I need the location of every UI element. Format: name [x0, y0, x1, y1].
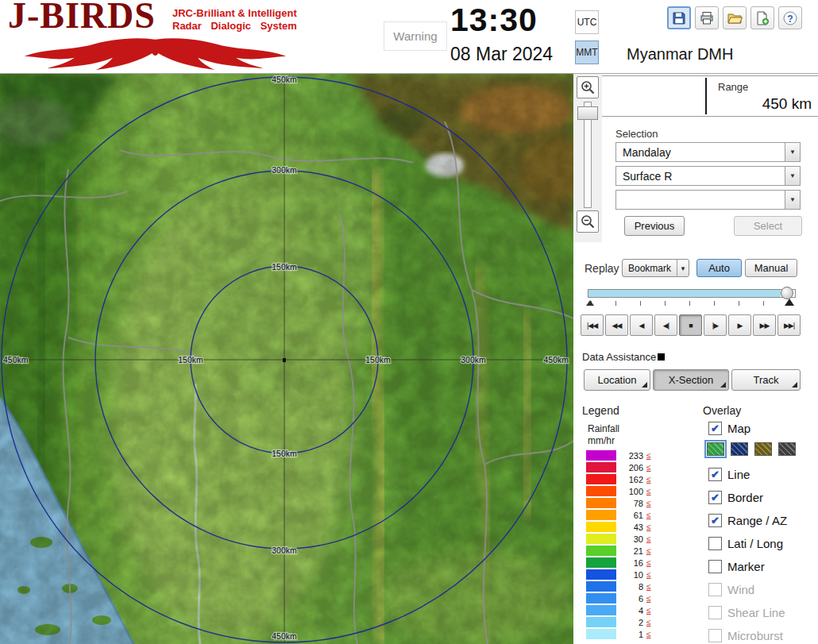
- playback-stop-button[interactable]: ■: [679, 314, 702, 336]
- radar-map-display[interactable]: 450km 300km 150km 150km 300km 450km 450k…: [0, 74, 573, 644]
- legend-row: 100≤: [586, 485, 651, 497]
- legend-value: 162: [619, 475, 643, 484]
- zoom-in-icon: [580, 79, 596, 95]
- checkbox: [708, 606, 722, 619]
- timeline-position-marker: [785, 299, 794, 306]
- overlay-item-border[interactable]: Border: [708, 491, 763, 504]
- map-style-gray-swatch[interactable]: [778, 442, 796, 456]
- warning-button[interactable]: Warning: [384, 21, 447, 51]
- overlay-item-map[interactable]: Map: [708, 422, 750, 435]
- checkbox[interactable]: [708, 514, 722, 527]
- legend-leq: ≤: [646, 546, 651, 555]
- ring-label: 450km: [3, 355, 29, 364]
- checkbox: [708, 583, 722, 596]
- checkbox[interactable]: [708, 560, 722, 573]
- auto-mode-button[interactable]: Auto: [696, 259, 742, 277]
- data-assistance-label: Data Assistance: [582, 351, 665, 363]
- eagle-logo-icon: [6, 35, 304, 71]
- overlay-label: Shear Line: [727, 606, 785, 619]
- previous-button[interactable]: Previous: [624, 216, 685, 236]
- overlay-item-lati-long[interactable]: Lati / Long: [708, 537, 783, 550]
- checkbox[interactable]: [708, 491, 722, 504]
- overlay-label: Microburst: [727, 629, 783, 642]
- map-style-olive-swatch[interactable]: [754, 442, 772, 456]
- zoom-slider-thumb[interactable]: [577, 106, 598, 120]
- legend-leq: ≤: [646, 487, 651, 496]
- replay-timeline-track[interactable]: [588, 289, 796, 298]
- track-button[interactable]: Track: [731, 369, 801, 391]
- logo-tagline-1: JRC-Brilliant & Intelligent: [172, 7, 297, 19]
- save-button[interactable]: [667, 6, 691, 29]
- timeline-slider-knob[interactable]: [781, 287, 793, 299]
- station-name: Myanmar DMH: [627, 45, 733, 64]
- map-style-green-swatch[interactable]: [707, 442, 724, 456]
- legend-value: 4: [619, 606, 643, 615]
- playback-fast-forward-button[interactable]: ▶▶: [753, 314, 776, 336]
- chevron-down-icon[interactable]: [785, 167, 800, 185]
- map-style-navy-swatch[interactable]: [731, 442, 748, 456]
- chevron-down-icon[interactable]: [677, 260, 689, 276]
- extra-dropdown[interactable]: [615, 190, 801, 210]
- open-folder-button[interactable]: [723, 6, 747, 29]
- playback-play-button[interactable]: ▶: [728, 314, 751, 336]
- legend-color-swatch: [586, 510, 616, 520]
- print-icon: [699, 10, 715, 26]
- overlay-item-marker[interactable]: Marker: [708, 560, 765, 573]
- legend-color-swatch: [586, 605, 616, 615]
- checkbox[interactable]: [708, 468, 722, 481]
- select-button[interactable]: Select: [734, 216, 802, 236]
- legend-color-swatch: [586, 534, 616, 544]
- print-button[interactable]: [695, 6, 719, 29]
- legend-leq: ≤: [646, 511, 651, 519]
- playback-last-button[interactable]: ▶▶|: [777, 314, 801, 336]
- timeline-start-marker: [586, 300, 594, 306]
- overlay-title: Overlay: [703, 404, 741, 417]
- legend-color-swatch: [586, 474, 616, 484]
- legend-row: 162≤: [586, 473, 651, 485]
- overlay-item-wind: Wind: [708, 583, 754, 596]
- ring-label: 450km: [272, 631, 297, 641]
- manual-mode-button[interactable]: Manual: [745, 259, 797, 277]
- product-dropdown[interactable]: Surface R: [615, 166, 801, 186]
- ring-label: 450km: [272, 75, 297, 84]
- legend-value: 2: [619, 618, 643, 627]
- playback-step-back-button[interactable]: ◀|: [654, 314, 677, 336]
- help-button[interactable]: ?: [778, 6, 802, 29]
- bookmark-button[interactable]: Bookmark: [622, 259, 689, 277]
- legend-leq: ≤: [646, 451, 651, 460]
- export-button[interactable]: [750, 6, 774, 29]
- legend-color-swatch: [586, 498, 616, 508]
- chevron-down-icon[interactable]: [785, 191, 800, 209]
- legend-value: 61: [619, 511, 643, 520]
- legend-row: 1≤: [586, 628, 651, 640]
- overlay-label: Marker: [727, 560, 765, 573]
- zoom-out-button[interactable]: [577, 210, 599, 233]
- zoom-in-button[interactable]: [577, 76, 599, 98]
- x-section-button[interactable]: X-Section: [653, 369, 729, 391]
- timezone-utc-button[interactable]: UTC: [575, 10, 599, 34]
- playback-step-forward-button[interactable]: |▶: [704, 314, 727, 336]
- checkbox[interactable]: [708, 422, 722, 435]
- legend-value: 206: [619, 463, 643, 472]
- playback-rewind-button[interactable]: ◀◀: [605, 314, 628, 336]
- chevron-down-icon[interactable]: [785, 143, 800, 161]
- legend-leq: ≤: [646, 463, 651, 472]
- range-box: Range 450 km: [602, 75, 818, 117]
- legend-leq: ≤: [646, 618, 651, 627]
- playback-reverse-button[interactable]: ◀: [630, 314, 653, 336]
- legend-row: 43≤: [586, 521, 651, 533]
- location-button[interactable]: Location: [584, 369, 650, 391]
- legend-color-swatch: [586, 486, 616, 496]
- legend-row: 6≤: [586, 592, 651, 604]
- export-icon: [754, 10, 770, 26]
- playback-first-button[interactable]: |◀◀: [581, 314, 604, 336]
- overlay-item-range-az[interactable]: Range / AZ: [708, 514, 787, 527]
- checkbox[interactable]: [708, 537, 722, 550]
- site-dropdown[interactable]: Mandalay: [615, 142, 801, 162]
- legend-color-swatch: [586, 569, 616, 580]
- overlay-item-line[interactable]: Line: [708, 468, 750, 481]
- legend-leq: ≤: [646, 570, 651, 579]
- legend-row: 4≤: [586, 604, 651, 616]
- timezone-mmt-button[interactable]: MMT: [575, 40, 599, 64]
- playback-controls: |◀◀ ◀◀ ◀ ◀| ■ |▶ ▶ ▶▶ ▶▶|: [581, 314, 801, 336]
